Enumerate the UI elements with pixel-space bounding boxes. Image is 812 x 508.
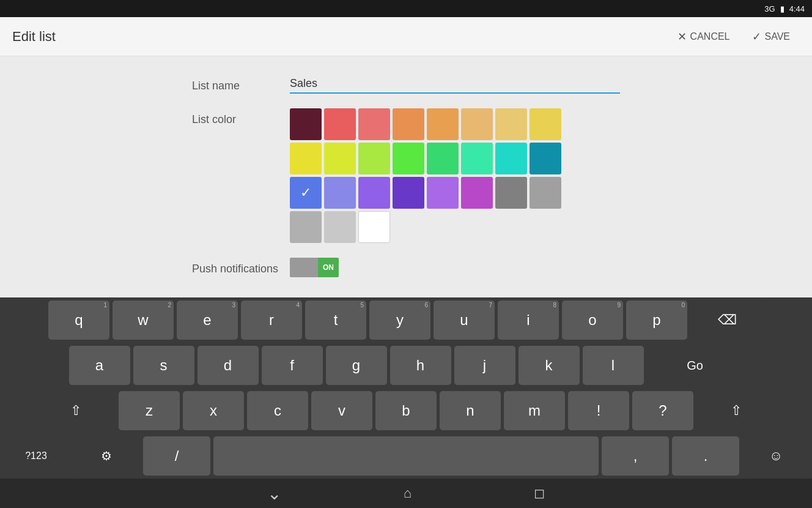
color-swatch-gray1[interactable] [495,177,527,209]
list-color-row: List color [192,108,620,243]
key-g[interactable]: g [326,346,387,385]
key-v[interactable]: v [311,391,372,430]
color-swatch-cyan[interactable] [530,143,561,174]
go-key[interactable]: Go [647,346,744,385]
kb-row-4: ?123 ⚙ / , . ☺ [0,433,812,479]
color-swatch-orange1[interactable] [393,108,424,140]
color-swatch-gray4[interactable] [324,211,356,243]
key-k[interactable]: k [519,346,580,385]
key-q[interactable]: 1q [48,301,109,340]
key-d[interactable]: d [197,346,259,385]
key-h[interactable]: h [390,346,451,385]
key-c[interactable]: c [247,391,308,430]
color-swatch-red2[interactable] [358,108,390,140]
kb-row-1: 1q 2w 3e 4r 5t 6y 7u 8i 9o 0p ⌫ [0,297,812,343]
color-swatch-red1[interactable] [324,108,356,140]
color-swatch-violet1[interactable] [358,177,390,209]
emoji-key[interactable]: ☺ [742,436,810,476]
key-l[interactable]: l [583,346,644,385]
list-name-input[interactable] [290,75,620,94]
backspace-key[interactable]: ⌫ [690,301,764,340]
nav-home-button[interactable]: ⌂ [404,485,412,501]
emoji-icon: ☺ [769,448,783,464]
key-a[interactable]: a [69,346,130,385]
push-toggle[interactable]: ON [290,258,339,277]
color-swatch-white[interactable] [358,211,390,243]
key-m[interactable]: m [504,391,565,430]
kb-row-3: ⇧ z x c v b n m ! ? ⇧ [0,388,812,433]
color-swatch-purple2[interactable] [461,177,493,209]
color-swatch-green1[interactable] [393,143,424,174]
cancel-label: CANCEL [690,31,730,42]
key-u[interactable]: 7u [434,301,495,340]
color-swatch-indigo[interactable] [393,177,424,209]
color-grid: ✓ [290,108,561,243]
color-swatch-teal1[interactable] [461,143,493,174]
settings-icon: ⚙ [101,449,112,463]
key-f[interactable]: f [262,346,323,385]
color-swatch-gray2[interactable] [530,177,561,209]
content-area: List name List color [0,56,812,313]
key-t[interactable]: 5t [305,301,366,340]
key-r[interactable]: 4r [241,301,302,340]
color-swatch-purple1[interactable] [427,177,459,209]
space-key[interactable] [213,436,599,476]
color-swatch-blue2[interactable] [324,177,356,209]
top-bar: Edit list ✕ CANCEL ✓ SAVE [0,17,812,56]
color-row-4 [290,211,561,243]
key-j[interactable]: j [454,346,515,385]
key-question[interactable]: ? [632,391,693,430]
key-e[interactable]: 3e [177,301,238,340]
nav-recent-button[interactable]: ◻ [534,485,545,501]
status-bar: 3G ▮ 4:44 [0,0,812,17]
key-slash[interactable]: / [143,436,210,476]
nav-bar: ⌄ ⌂ ◻ [0,479,812,508]
key-y[interactable]: 6y [369,301,430,340]
clock: 4:44 [789,4,805,13]
cancel-icon: ✕ [677,30,687,43]
cancel-button[interactable]: ✕ CANCEL [668,25,740,48]
color-swatch-lime1[interactable] [324,143,356,174]
key-x[interactable]: x [183,391,244,430]
nav-back-button[interactable]: ⌄ [267,484,281,504]
color-swatch-amber1[interactable] [461,108,493,140]
color-swatch-yellow1[interactable] [530,108,561,140]
key-i[interactable]: 8i [498,301,559,340]
save-icon: ✓ [752,30,761,43]
color-swatch-green2[interactable] [427,143,459,174]
list-color-label: List color [192,108,290,126]
color-swatch-yellow2[interactable] [290,143,322,174]
list-name-row: List name [192,75,620,94]
color-swatch-maroon[interactable] [290,108,322,140]
key-comma[interactable]: , [602,436,669,476]
key-o[interactable]: 9o [562,301,623,340]
sym-label: ?123 [25,450,47,461]
sym-key[interactable]: ?123 [2,436,70,476]
key-z[interactable]: z [119,391,180,430]
color-row-2 [290,143,561,174]
color-swatch-gray3[interactable] [290,211,322,243]
top-bar-actions: ✕ CANCEL ✓ SAVE [668,25,800,48]
signal-indicator: 3G [764,4,775,13]
settings-key[interactable]: ⚙ [73,436,140,476]
key-exclaim[interactable]: ! [568,391,629,430]
save-button[interactable]: ✓ SAVE [742,25,800,48]
key-b[interactable]: b [375,391,437,430]
key-period[interactable]: . [672,436,739,476]
keyboard: 1q 2w 3e 4r 5t 6y 7u 8i 9o 0p ⌫ a s d f … [0,297,812,479]
key-s[interactable]: s [133,346,194,385]
shift-left-key[interactable]: ⇧ [36,391,116,430]
color-swatch-orange2[interactable] [427,108,459,140]
go-label: Go [687,359,703,373]
key-w[interactable]: 2w [113,301,174,340]
color-swatch-amber2[interactable] [495,108,527,140]
key-n[interactable]: n [440,391,501,430]
key-p[interactable]: 0p [626,301,687,340]
shift-right-key[interactable]: ⇧ [696,391,776,430]
page-title: Edit list [12,29,56,45]
color-swatch-lime2[interactable] [358,143,390,174]
push-notifications-row: Push notifications ON [192,258,620,277]
color-swatch-blue-selected[interactable]: ✓ [290,177,322,209]
color-swatch-teal2[interactable] [495,143,527,174]
save-label: SAVE [765,31,791,42]
